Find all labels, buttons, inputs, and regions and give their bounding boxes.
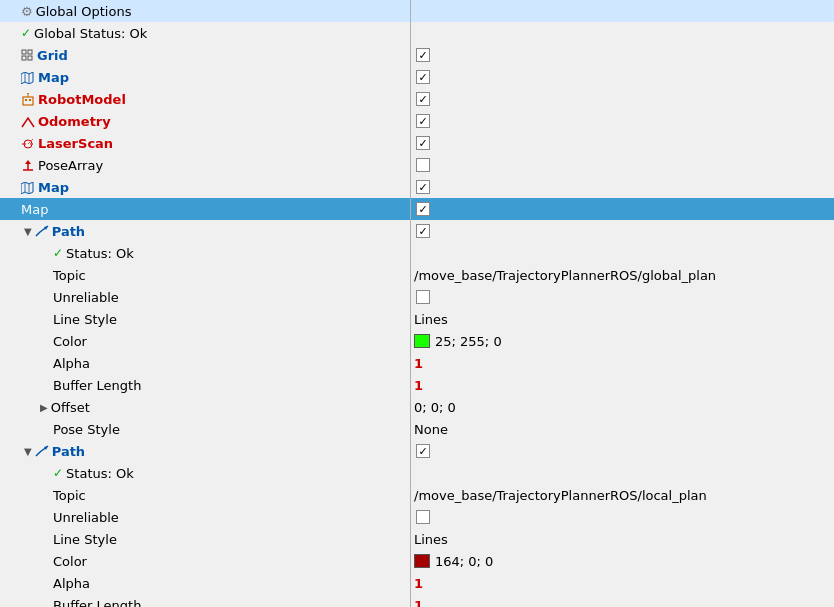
rows-wrapper: ⚙Global Options✓Global Status: Ok Grid M… <box>0 0 834 607</box>
tree-row-path1-color[interactable]: Color25; 255; 0 <box>0 330 834 352</box>
tree-row-path1[interactable]: ▼ Path <box>0 220 834 242</box>
col-name-path1: ▼ Path <box>0 224 410 239</box>
color-swatch-path1-color[interactable] <box>414 334 430 348</box>
label-path2-buffer: Buffer Length <box>53 598 141 608</box>
tree-row-odometry[interactable]: Odometry <box>0 110 834 132</box>
tree-row-map2[interactable]: Map <box>0 176 834 198</box>
value-path2-topic: /move_base/TrajectoryPlannerROS/local_pl… <box>414 488 707 503</box>
col-name-map3-selected: Map <box>0 202 410 217</box>
svg-rect-3 <box>28 56 32 60</box>
col-name-robot-model: RobotModel <box>0 92 410 107</box>
col-value-odometry <box>410 114 834 128</box>
col-name-grid: Grid <box>0 48 410 63</box>
col-value-laserscan <box>410 136 834 150</box>
checkbox-map2[interactable] <box>416 180 430 194</box>
tree-row-map1[interactable]: Map <box>0 66 834 88</box>
col-value-path2-alpha: 1 <box>410 576 834 591</box>
expand-arrow-path1-offset[interactable]: ▶ <box>40 402 48 413</box>
tree-row-path2-status[interactable]: ✓Status: Ok <box>0 462 834 484</box>
col-name-path1-buffer: Buffer Length <box>0 378 410 393</box>
tree-row-path1-unreliable[interactable]: Unreliable <box>0 286 834 308</box>
tree-row-grid[interactable]: Grid <box>0 44 834 66</box>
svg-rect-2 <box>22 56 26 60</box>
col-name-path2-buffer: Buffer Length <box>0 598 410 608</box>
tree-row-path2[interactable]: ▼ Path <box>0 440 834 462</box>
tree-row-path2-buffer[interactable]: Buffer Length1 <box>0 594 834 607</box>
svg-marker-17 <box>25 160 31 164</box>
checkbox-path1-unreliable[interactable] <box>416 290 430 304</box>
col-name-path2-color: Color <box>0 554 410 569</box>
tree-row-path1-topic[interactable]: Topic/move_base/TrajectoryPlannerROS/glo… <box>0 264 834 286</box>
label-global-status: Global Status: Ok <box>34 26 147 41</box>
value-path2-alpha: 1 <box>414 576 423 591</box>
svg-rect-8 <box>25 99 27 101</box>
svg-marker-4 <box>21 72 33 84</box>
checkbox-map3-selected[interactable] <box>416 202 430 216</box>
collapse-arrow-path1[interactable]: ▼ <box>24 226 32 237</box>
checkbox-path1[interactable] <box>416 224 430 238</box>
tree-container[interactable]: ⚙Global Options✓Global Status: Ok Grid M… <box>0 0 834 607</box>
tree-row-path1-buffer[interactable]: Buffer Length1 <box>0 374 834 396</box>
tree-row-global-status[interactable]: ✓Global Status: Ok <box>0 22 834 44</box>
col-value-path1 <box>410 224 834 238</box>
checkbox-path2-unreliable[interactable] <box>416 510 430 524</box>
col-name-global-options: ⚙Global Options <box>0 4 410 19</box>
tree-row-robot-model[interactable]: RobotModel <box>0 88 834 110</box>
tree-row-path2-topic[interactable]: Topic/move_base/TrajectoryPlannerROS/loc… <box>0 484 834 506</box>
value-path1-offset: 0; 0; 0 <box>414 400 456 415</box>
col-value-path1-color: 25; 255; 0 <box>410 334 834 349</box>
checkbox-laserscan[interactable] <box>416 136 430 150</box>
label-robot-model: RobotModel <box>38 92 126 107</box>
tree-row-path1-status[interactable]: ✓Status: Ok <box>0 242 834 264</box>
col-value-map3-selected <box>410 202 834 216</box>
label-path1-status: Status: Ok <box>66 246 134 261</box>
col-value-map2 <box>410 180 834 194</box>
col-value-path1-topic: /move_base/TrajectoryPlannerROS/global_p… <box>410 268 834 283</box>
label-path1-color: Color <box>53 334 87 349</box>
svg-rect-1 <box>28 50 32 54</box>
value-path1-buffer: 1 <box>414 378 423 393</box>
tree-row-path2-linestyle[interactable]: Line StyleLines <box>0 528 834 550</box>
value-path1-alpha: 1 <box>414 356 423 371</box>
col-name-path2-topic: Topic <box>0 488 410 503</box>
label-odometry: Odometry <box>38 114 111 129</box>
col-value-path1-alpha: 1 <box>410 356 834 371</box>
col-value-path2-unreliable <box>410 510 834 524</box>
label-path2-status: Status: Ok <box>66 466 134 481</box>
col-value-map1 <box>410 70 834 84</box>
col-value-path1-posestyle: None <box>410 422 834 437</box>
col-name-path1-unreliable: Unreliable <box>0 290 410 305</box>
value-path2-linestyle: Lines <box>414 532 448 547</box>
col-name-posearray: PoseArray <box>0 158 410 173</box>
label-path2-alpha: Alpha <box>53 576 90 591</box>
col-name-map1: Map <box>0 70 410 85</box>
tree-row-path2-color[interactable]: Color164; 0; 0 <box>0 550 834 572</box>
checkbox-robot-model[interactable] <box>416 92 430 106</box>
col-value-path2-linestyle: Lines <box>410 532 834 547</box>
tree-row-path2-unreliable[interactable]: Unreliable <box>0 506 834 528</box>
col-name-map2: Map <box>0 180 410 195</box>
label-path1-alpha: Alpha <box>53 356 90 371</box>
collapse-arrow-path2[interactable]: ▼ <box>24 446 32 457</box>
checkbox-posearray[interactable] <box>416 158 430 172</box>
checkbox-odometry[interactable] <box>416 114 430 128</box>
tree-row-path1-linestyle[interactable]: Line StyleLines <box>0 308 834 330</box>
col-name-path1-linestyle: Line Style <box>0 312 410 327</box>
col-value-path2-topic: /move_base/TrajectoryPlannerROS/local_pl… <box>410 488 834 503</box>
tree-row-path1-posestyle[interactable]: Pose StyleNone <box>0 418 834 440</box>
col-name-path2-linestyle: Line Style <box>0 532 410 547</box>
tree-row-posearray[interactable]: PoseArray <box>0 154 834 176</box>
color-swatch-path2-color[interactable] <box>414 554 430 568</box>
tree-row-laserscan[interactable]: LaserScan <box>0 132 834 154</box>
checkbox-grid[interactable] <box>416 48 430 62</box>
col-value-path1-unreliable <box>410 290 834 304</box>
checkbox-map1[interactable] <box>416 70 430 84</box>
tree-row-path1-alpha[interactable]: Alpha1 <box>0 352 834 374</box>
tree-row-path1-offset[interactable]: ▶Offset0; 0; 0 <box>0 396 834 418</box>
col-name-path1-offset: ▶Offset <box>0 400 410 415</box>
tree-row-global-options[interactable]: ⚙Global Options <box>0 0 834 22</box>
checkbox-path2[interactable] <box>416 444 430 458</box>
tree-row-map3-selected[interactable]: Map <box>0 198 834 220</box>
label-path1-posestyle: Pose Style <box>53 422 120 437</box>
tree-row-path2-alpha[interactable]: Alpha1 <box>0 572 834 594</box>
